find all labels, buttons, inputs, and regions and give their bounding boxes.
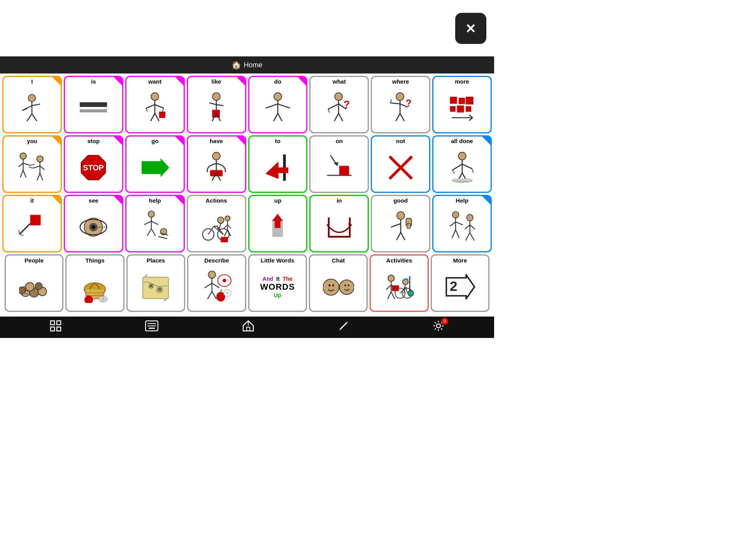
cell-you[interactable]: you <box>2 135 62 193</box>
svg-rect-7 <box>80 102 107 107</box>
cat-places[interactable]: Places ✕ ✕ <box>126 254 185 312</box>
cat-little-words[interactable]: Little Words And It The WORDS Up <box>248 254 307 312</box>
svg-line-17 <box>155 114 159 121</box>
cell-I[interactable]: I <box>2 76 62 133</box>
svg-point-205 <box>408 290 414 296</box>
svg-line-88 <box>452 164 462 170</box>
svg-point-103 <box>91 225 96 229</box>
cell-it[interactable]: it <box>2 195 62 252</box>
cat-more[interactable]: More 2 <box>431 254 489 312</box>
svg-line-12 <box>146 108 147 112</box>
cat-activities[interactable]: Activities <box>370 254 428 312</box>
svg-text:✕: ✕ <box>158 287 162 292</box>
svg-point-105 <box>148 211 154 217</box>
svg-line-194 <box>388 292 391 299</box>
svg-point-56 <box>20 153 27 159</box>
svg-rect-207 <box>51 321 54 325</box>
home-button[interactable] <box>242 320 254 334</box>
cell-in[interactable]: in <box>309 195 369 252</box>
svg-line-46 <box>400 114 404 121</box>
svg-line-150 <box>465 233 470 240</box>
svg-line-108 <box>151 221 158 225</box>
svg-rect-15 <box>159 112 165 118</box>
keyboard-button[interactable] <box>145 320 158 334</box>
settings-button[interactable]: 9 <box>433 320 444 334</box>
svg-line-143 <box>456 222 463 224</box>
footer-toolbar: 9 <box>0 317 494 338</box>
cell-stop[interactable]: stop STOP <box>64 135 123 193</box>
cell-is[interactable]: is <box>64 76 123 133</box>
cell-do[interactable]: do <box>248 76 308 133</box>
svg-line-125 <box>224 225 228 228</box>
main-grid: I is <box>0 74 494 317</box>
svg-line-5 <box>27 114 32 121</box>
cell-good[interactable]: good <box>371 195 430 252</box>
cat-things[interactable]: Things <box>65 254 124 312</box>
svg-text:?: ? <box>405 98 411 108</box>
svg-line-139 <box>401 233 405 240</box>
cell-to[interactable]: to <box>248 135 308 193</box>
cell-more[interactable]: more <box>432 76 492 133</box>
svg-line-90 <box>462 164 472 169</box>
svg-line-34 <box>328 109 330 113</box>
cell-have[interactable]: have <box>187 135 246 193</box>
svg-point-120 <box>217 217 224 224</box>
svg-rect-208 <box>57 321 61 325</box>
svg-rect-8 <box>80 109 107 112</box>
svg-line-98 <box>19 230 20 234</box>
svg-point-159 <box>27 290 28 291</box>
svg-point-31 <box>335 93 342 101</box>
svg-marker-83 <box>333 162 338 166</box>
svg-line-21 <box>216 105 223 106</box>
svg-point-172 <box>208 271 216 278</box>
svg-point-157 <box>35 282 42 289</box>
svg-point-179 <box>223 279 226 282</box>
svg-point-133 <box>397 212 405 220</box>
svg-point-18 <box>212 93 220 101</box>
cat-chat[interactable]: Chat <box>309 254 368 312</box>
svg-point-185 <box>328 284 331 286</box>
category-row: People Things <box>2 254 492 314</box>
cell-help-cat[interactable]: Help <box>432 195 492 252</box>
cat-people[interactable]: People <box>5 254 63 312</box>
svg-line-13 <box>155 105 164 108</box>
svg-text:2: 2 <box>450 278 458 294</box>
cell-not[interactable]: not <box>371 135 430 193</box>
cell-all-done[interactable]: all done <box>432 135 492 193</box>
svg-rect-129 <box>221 237 228 242</box>
cell-help[interactable]: help <box>125 195 185 252</box>
cell-on[interactable]: on <box>309 135 369 193</box>
cell-like[interactable]: like <box>187 76 246 133</box>
svg-line-177 <box>212 292 216 299</box>
svg-line-11 <box>146 105 155 108</box>
cell-up[interactable]: up <box>248 195 308 252</box>
svg-point-190 <box>388 275 395 282</box>
cat-describe[interactable]: Describe <box>187 254 246 312</box>
close-button[interactable]: × <box>455 13 486 44</box>
svg-line-60 <box>30 164 35 165</box>
cell-go[interactable]: go <box>125 135 185 193</box>
cell-see[interactable]: see <box>64 195 123 252</box>
home-nav[interactable]: 🏠 Home <box>231 60 262 70</box>
svg-line-16 <box>151 114 155 121</box>
svg-line-37 <box>334 114 338 121</box>
cell-want[interactable]: want <box>125 76 185 133</box>
home-icon: 🏠 <box>231 60 241 70</box>
cell-actions[interactable]: Actions <box>187 195 246 252</box>
svg-point-220 <box>437 324 440 328</box>
svg-rect-52 <box>466 106 471 112</box>
grid-button[interactable] <box>50 320 61 334</box>
cell-where[interactable]: where ? <box>371 76 430 133</box>
svg-line-58 <box>19 163 23 166</box>
svg-point-146 <box>466 214 473 221</box>
svg-point-39 <box>396 93 404 101</box>
cell-what[interactable]: what ? <box>309 76 369 133</box>
svg-line-27 <box>265 104 278 108</box>
svg-line-91 <box>472 169 473 173</box>
pencil-button[interactable] <box>338 320 349 334</box>
svg-line-144 <box>452 230 455 238</box>
svg-point-73 <box>212 152 220 160</box>
svg-line-41 <box>390 103 400 104</box>
svg-line-148 <box>465 225 470 229</box>
svg-line-195 <box>391 292 395 299</box>
